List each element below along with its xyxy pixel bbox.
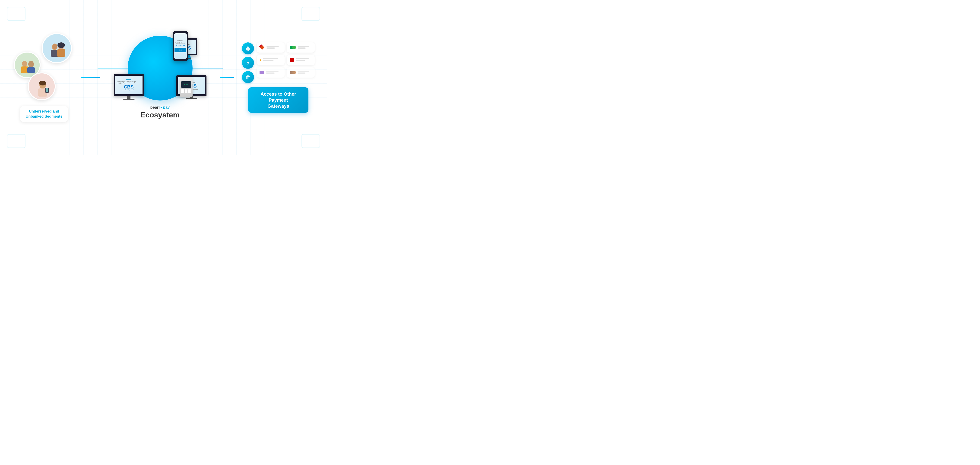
left-section: Underserved and Unbanked Segments bbox=[7, 33, 81, 122]
cbs-tagline: navigate your way through PearlPay CBS bbox=[116, 81, 142, 84]
diamond-logo bbox=[259, 45, 265, 50]
pos-key-6 bbox=[188, 91, 191, 93]
svg-rect-22 bbox=[248, 77, 248, 79]
card-text-lines-1 bbox=[266, 46, 282, 49]
svg-rect-21 bbox=[247, 77, 248, 79]
label-line1: Underserved and bbox=[29, 109, 59, 113]
svg-marker-25 bbox=[246, 75, 250, 77]
utilities-icon bbox=[242, 42, 254, 54]
card-line-1a bbox=[266, 46, 279, 47]
svg-point-10 bbox=[28, 61, 34, 67]
gateway-card-red bbox=[287, 55, 315, 65]
cbs-sub-text: core banking solution bbox=[122, 89, 135, 90]
gateway-card-green bbox=[287, 42, 315, 52]
phone-balance-label: Total Balance bbox=[175, 42, 185, 44]
card-line-5a bbox=[266, 71, 278, 72]
purple-logo bbox=[259, 71, 264, 74]
svg-rect-20 bbox=[246, 77, 247, 79]
pos-key-1 bbox=[181, 89, 184, 91]
left-label-box: Underserved and Unbanked Segments bbox=[20, 106, 68, 122]
pos-screen: ₱1,000 bbox=[181, 81, 191, 88]
access-button-line1: Access to Other Payment bbox=[261, 92, 296, 103]
central-blue-circle: navigate your way through PearlPay CBS C… bbox=[128, 36, 192, 100]
right-section: › bbox=[234, 42, 322, 113]
card-text-lines-5 bbox=[266, 71, 282, 75]
svg-rect-19 bbox=[246, 77, 250, 77]
access-button-line2: Gateways bbox=[267, 103, 289, 109]
cbs-screen: navigate your way through PearlPay CBS C… bbox=[115, 76, 143, 94]
green-circle-2 bbox=[292, 46, 296, 49]
brand-dot bbox=[161, 107, 162, 108]
card-line-2a bbox=[298, 46, 309, 47]
phone-button-label: Send bbox=[179, 49, 182, 51]
svg-rect-23 bbox=[249, 77, 249, 79]
cbs-monitor-stand bbox=[127, 96, 130, 98]
svg-marker-18 bbox=[247, 60, 249, 65]
right-connector bbox=[220, 77, 234, 78]
card-line-4b bbox=[296, 60, 305, 61]
cbs-monitor-base bbox=[123, 98, 135, 100]
pos-amount: ₱1,000 bbox=[184, 84, 188, 86]
elderly-couple-circle bbox=[42, 33, 72, 63]
gateway-row-2: › bbox=[257, 55, 315, 65]
phone-amount-value: ₱ 3,545.00 bbox=[176, 44, 185, 46]
gateway-grid: › bbox=[242, 42, 315, 83]
card-line-3b bbox=[263, 60, 273, 61]
lms-monitor-base bbox=[186, 98, 197, 99]
left-label-text: Underserved and Unbanked Segments bbox=[26, 109, 62, 119]
phone-screen: MyWallet Total Balance ₱ 3,545.00 Send bbox=[174, 33, 187, 59]
red-circle-logo bbox=[290, 58, 294, 62]
card-line-6a bbox=[298, 71, 309, 72]
svg-rect-16 bbox=[46, 88, 48, 92]
card-text-lines-4 bbox=[296, 58, 312, 62]
brown-logo bbox=[290, 71, 296, 74]
phone-mockup: MyWallet Total Balance ₱ 3,545.00 Send bbox=[173, 31, 188, 61]
svg-point-17 bbox=[39, 81, 46, 86]
svg-point-2 bbox=[52, 44, 57, 49]
bank-icon bbox=[242, 71, 254, 83]
green-circles-logo bbox=[290, 46, 296, 49]
pos-terminal: ₱1,000 bbox=[180, 77, 192, 97]
access-gateways-button[interactable]: Access to Other Payment Gateways bbox=[248, 87, 309, 113]
card-line-2b bbox=[298, 48, 305, 49]
cbs-mockup: navigate your way through PearlPay CBS C… bbox=[114, 74, 144, 96]
left-connector bbox=[81, 77, 100, 78]
svg-point-6 bbox=[57, 42, 65, 48]
people-circles-group bbox=[11, 33, 76, 103]
card-line-4a bbox=[296, 58, 309, 59]
svg-rect-9 bbox=[21, 67, 28, 73]
svg-rect-5 bbox=[57, 49, 65, 57]
card-text-lines-3 bbox=[263, 58, 282, 62]
pos-key-4 bbox=[181, 91, 184, 93]
ecosystem-mockups: navigate your way through PearlPay CBS C… bbox=[116, 36, 204, 100]
gateway-card-arrow: › bbox=[257, 55, 285, 65]
energy-icon bbox=[242, 57, 254, 69]
pearlpay-brand: pearl pay bbox=[140, 105, 180, 110]
phone-send-button: Send bbox=[175, 48, 186, 52]
card-line-3a bbox=[263, 58, 278, 59]
cbs-logo-text: CBS bbox=[124, 84, 134, 89]
card-line-6b bbox=[298, 73, 305, 74]
gateway-row-3 bbox=[257, 67, 315, 78]
gateway-card-brown bbox=[287, 67, 315, 78]
gateway-card-purple bbox=[257, 67, 285, 78]
label-line2: Unbanked Segments bbox=[26, 114, 62, 118]
gateway-row-1 bbox=[257, 42, 315, 52]
svg-point-8 bbox=[22, 61, 27, 67]
center-section: navigate your way through PearlPay CBS C… bbox=[100, 36, 220, 119]
svg-rect-24 bbox=[246, 79, 250, 79]
pearl-text: pearl bbox=[150, 105, 160, 110]
pos-key-2 bbox=[185, 89, 188, 91]
svg-rect-11 bbox=[27, 67, 35, 73]
yellow-arrow-logo: › bbox=[259, 57, 261, 62]
phone-app-label: MyWallet bbox=[178, 40, 183, 41]
gateway-cards-group: › bbox=[257, 42, 315, 78]
gateway-icons-column bbox=[242, 42, 254, 83]
card-line-1b bbox=[266, 48, 275, 49]
pos-key-5 bbox=[185, 91, 188, 93]
center-label: pearl pay Ecosystem bbox=[140, 105, 180, 119]
cbs-nav-bar bbox=[126, 79, 132, 80]
pos-keypad bbox=[181, 89, 191, 93]
card-line-5b bbox=[266, 73, 275, 74]
card-text-lines-6 bbox=[298, 71, 312, 75]
